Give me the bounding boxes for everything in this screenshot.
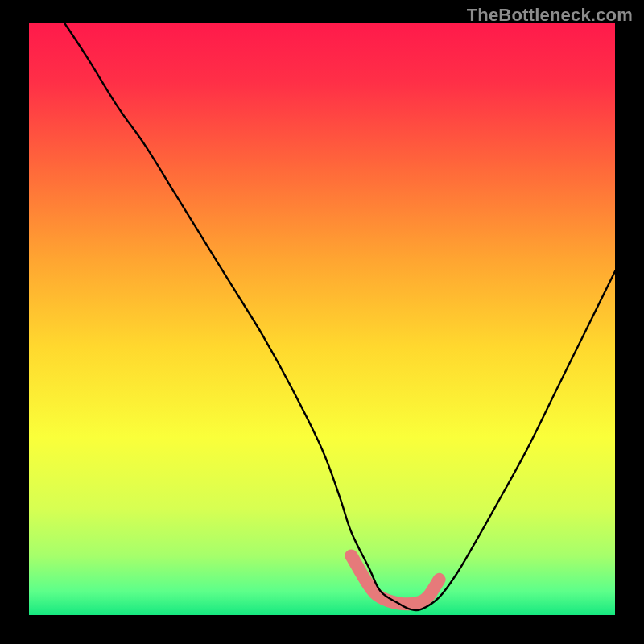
bottleneck-chart [29, 23, 615, 615]
chart-frame: TheBottleneck.com [0, 0, 644, 644]
gradient-background [29, 23, 615, 615]
plot-area [29, 23, 615, 615]
watermark-text: TheBottleneck.com [467, 5, 633, 26]
